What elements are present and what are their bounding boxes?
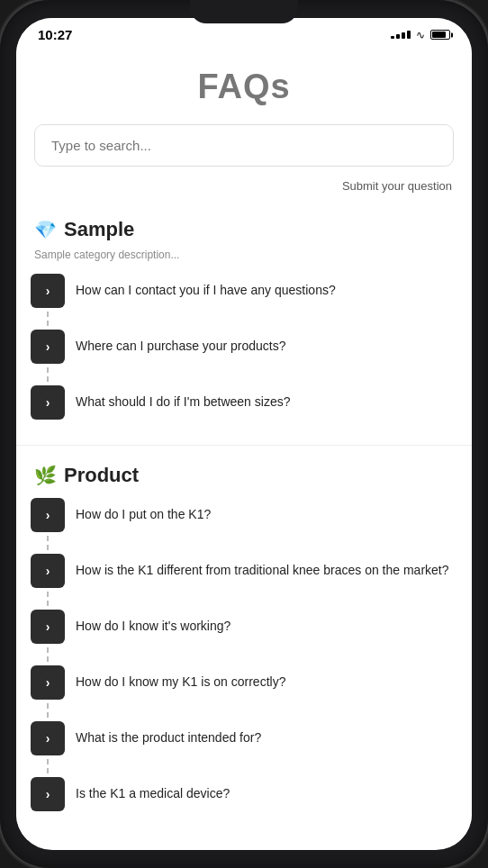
page-title: FAQs: [16, 46, 472, 124]
faq-row: ›Where can I purchase your products?: [31, 326, 457, 367]
faq-question-text: How do I know it's working?: [76, 610, 457, 636]
faq-question-text: How do I know my K1 is on correctly?: [76, 665, 457, 692]
search-input[interactable]: [34, 124, 454, 167]
notch: [190, 0, 298, 23]
faq-item-wrapper: ›How is the K1 different from traditiona…: [31, 550, 457, 606]
faq-question-text: What is the product intended for?: [76, 721, 457, 747]
faq-expand-button[interactable]: ›: [31, 610, 65, 644]
faq-list-sample: ›How can I contact you if I have any que…: [16, 270, 472, 423]
category-header-sample: 💎Sample: [16, 214, 472, 249]
faq-expand-button[interactable]: ›: [31, 721, 65, 755]
faq-item-wrapper: ›What is the product intended for?: [31, 718, 457, 773]
faq-item-wrapper: ›Is the K1 a medical device?: [31, 773, 457, 815]
chevron-right-icon: ›: [46, 339, 50, 354]
chevron-right-icon: ›: [46, 787, 50, 801]
category-title-sample: Sample: [64, 218, 134, 241]
faq-connector-line: [47, 312, 49, 326]
faq-row: ›How do I put on the K1?: [31, 494, 457, 536]
faq-question-text: How do I put on the K1?: [76, 498, 457, 524]
screen-content[interactable]: FAQs Submit your question 💎SampleSample …: [16, 46, 472, 838]
faq-question-text: How is the K1 different from traditional…: [76, 554, 457, 580]
faq-expand-button[interactable]: ›: [31, 498, 65, 532]
status-time: 10:27: [38, 27, 72, 42]
faq-item-wrapper: ›How can I contact you if I have any que…: [31, 270, 457, 326]
category-header-product: 🌿Product: [16, 460, 472, 494]
faq-connector-line: [47, 367, 49, 382]
faq-row: ›Is the K1 a medical device?: [31, 773, 457, 815]
faq-connector-line: [47, 703, 49, 718]
faq-expand-button[interactable]: ›: [31, 665, 65, 700]
faq-question-text: Where can I purchase your products?: [76, 330, 457, 356]
wifi-icon: ∿: [416, 29, 425, 41]
chevron-right-icon: ›: [46, 675, 50, 690]
section-divider: [16, 445, 472, 446]
category-section-sample: 💎SampleSample category description...›Ho…: [16, 207, 472, 438]
faq-row: ›What is the product intended for?: [31, 718, 457, 759]
faq-connector-line: [47, 536, 49, 550]
faq-question-text: How can I contact you if I have any ques…: [76, 274, 457, 300]
faq-item-wrapper: ›How do I put on the K1?: [31, 494, 457, 550]
search-container: [16, 124, 472, 174]
faq-connector-line: [47, 759, 49, 773]
chevron-right-icon: ›: [46, 731, 50, 746]
faq-connector-line: [47, 647, 49, 662]
faq-item-wrapper: ›How do I know it's working?: [31, 606, 457, 662]
faq-item-wrapper: ›What should I do if I'm between sizes?: [31, 382, 457, 423]
phone-screen: 10:27 ∿ FAQs: [16, 18, 472, 850]
chevron-right-icon: ›: [46, 395, 50, 410]
category-title-product: Product: [64, 464, 139, 487]
chevron-right-icon: ›: [46, 564, 50, 578]
faq-question-text: Is the K1 a medical device?: [76, 777, 457, 803]
faq-expand-button[interactable]: ›: [31, 385, 65, 420]
categories-container: 💎SampleSample category description...›Ho…: [16, 207, 472, 829]
faq-item-wrapper: ›How do I know my K1 is on correctly?: [31, 662, 457, 718]
category-description-sample: Sample category description...: [16, 249, 472, 270]
faq-item-wrapper: ›Where can I purchase your products?: [31, 326, 457, 382]
faq-row: ›How do I know it's working?: [31, 606, 457, 647]
category-icon-product: 🌿: [34, 465, 57, 486]
faq-expand-button[interactable]: ›: [31, 330, 65, 364]
faq-expand-button[interactable]: ›: [31, 777, 65, 811]
signal-icon: [391, 31, 411, 39]
faq-row: ›What should I do if I'm between sizes?: [31, 382, 457, 423]
chevron-right-icon: ›: [46, 508, 50, 522]
battery-icon: [430, 30, 450, 40]
phone-frame: 10:27 ∿ FAQs: [0, 0, 488, 868]
submit-question-link[interactable]: Submit your question: [16, 174, 472, 207]
chevron-right-icon: ›: [46, 619, 50, 634]
chevron-right-icon: ›: [46, 284, 50, 298]
faq-row: ›How do I know my K1 is on correctly?: [31, 662, 457, 703]
faq-question-text: What should I do if I'm between sizes?: [76, 385, 457, 411]
faq-row: ›How is the K1 different from traditiona…: [31, 550, 457, 592]
category-section-product: 🌿Product›How do I put on the K1?›How is …: [16, 453, 472, 829]
faq-expand-button[interactable]: ›: [31, 274, 65, 308]
faq-expand-button[interactable]: ›: [31, 554, 65, 588]
faq-connector-line: [47, 592, 49, 606]
faq-list-product: ›How do I put on the K1?›How is the K1 d…: [16, 494, 472, 815]
faq-row: ›How can I contact you if I have any que…: [31, 270, 457, 312]
status-icons: ∿: [391, 29, 450, 41]
category-icon-sample: 💎: [34, 219, 57, 240]
